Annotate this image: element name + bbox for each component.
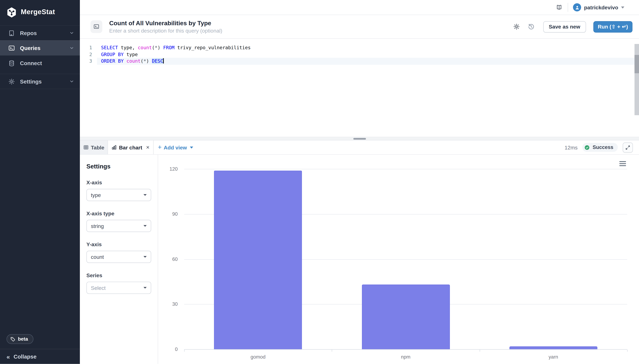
double-chevron-left-icon: « [7,354,10,360]
resize-grip[interactable] [353,138,366,139]
y-tick-label: 90 [161,211,177,217]
x-axis-type-select[interactable]: string [86,220,151,232]
x-axis-type-label: X-axis type [86,210,151,216]
topbar: patrickdevivo [80,0,639,15]
sidebar-footer: beta « Collapse [0,334,80,364]
x-axis-tick [184,350,185,352]
line-number: 1 [80,44,97,51]
chevron-down-icon [190,146,193,148]
query-title[interactable]: Count of All Vulnerabilities by Type [109,20,222,26]
run-query-button[interactable]: Run (⇧ + ↵) [593,21,632,32]
x-tick-label: npm [401,354,410,360]
sidebar-item-settings[interactable]: Settings [0,74,80,89]
chart-settings-panel: Settings X-axis type X-axis type string [80,155,158,364]
sidebar-item-repos[interactable]: Repos [0,25,80,40]
y-tick-label: 60 [161,256,177,262]
sidebar-nav: Repos Queries [0,25,80,89]
docs-book-icon[interactable] [556,4,563,10]
query-header: Count of All Vulnerabilities by Type Ent… [80,15,639,39]
results-tabbar: Table Bar chart ✕ + Add view 1 [80,140,639,154]
mergestat-logo-icon [7,7,17,18]
mergestat-app: MergeStat Repos [0,0,639,364]
series-select[interactable]: Select [86,282,151,294]
tab-bar-chart[interactable]: Bar chart ✕ [108,140,154,154]
chevron-down-icon [69,79,74,84]
code-text[interactable]: GROUP BY type [97,51,639,58]
chevron-down-icon [143,256,147,258]
y-tick-label: 30 [161,301,177,307]
chevron-down-icon [69,46,74,50]
code-line[interactable]: 2GROUP BY type [80,51,639,58]
x-axis-select[interactable]: type [86,189,151,201]
chevron-down-icon [143,194,147,196]
user-menu[interactable]: patrickdevivo [573,3,624,12]
sidebar-item-queries[interactable]: Queries [0,40,80,56]
bar-gomod[interactable] [214,170,302,349]
beta-label: beta [18,336,28,342]
query-history-icon[interactable] [527,23,535,30]
query-duration: 12ms [565,144,577,150]
code-line[interactable]: 3ORDER BY count(*) DESC [80,58,639,64]
book-icon [8,30,15,36]
query-settings-gear-icon[interactable] [513,23,520,30]
beta-badge: beta [7,334,33,344]
sidebar: MergeStat Repos [0,0,80,364]
bar-yarn[interactable] [509,346,597,349]
sidebar-item-label: Settings [20,78,42,84]
code-line[interactable]: 1SELECT type, count(*) FROM trivy_repo_v… [80,44,639,51]
editor-scrollbar-thumb[interactable] [634,55,639,74]
results-panel: Settings X-axis type X-axis type string [80,155,639,364]
y-axis-value: count [91,254,104,260]
add-view-button[interactable]: + Add view [158,140,193,154]
close-tab-icon[interactable]: ✕ [146,145,150,150]
x-axis-value: type [91,192,101,198]
plus-icon: + [158,144,162,150]
username: patrickdevivo [584,4,618,10]
add-view-label: Add view [164,144,187,150]
y-axis-select[interactable]: count [86,251,151,263]
x-axis-type-value: string [91,223,104,229]
brand-name: MergeStat [21,8,55,16]
y-tick-label: 120 [161,166,177,172]
sidebar-item-connect[interactable]: Connect [0,55,80,70]
collapse-label: Collapse [14,354,37,360]
bar-chart-icon [111,144,117,150]
editor-scrollbar[interactable] [634,44,639,115]
tab-label: Bar chart [119,144,142,150]
query-type-icon-box [91,20,102,33]
sidebar-item-label: Connect [20,60,42,66]
query-description-placeholder[interactable]: Enter a short description for this query… [109,28,222,34]
status-label: Success [593,144,613,150]
chevron-down-icon [69,30,74,35]
x-axis-label: X-axis [86,180,151,186]
series-label: Series [86,272,151,278]
panel-resize-handle[interactable] [80,137,639,140]
code-lines: 1SELECT type, count(*) FROM trivy_repo_v… [80,44,639,64]
tab-table[interactable]: Table [80,140,108,154]
gridline-y120 [184,169,627,170]
code-text[interactable]: SELECT type, count(*) FROM trivy_repo_vu… [97,44,639,51]
sql-editor[interactable]: 1SELECT type, count(*) FROM trivy_repo_v… [80,39,639,137]
brand-logo[interactable]: MergeStat [0,0,80,24]
bar-npm[interactable] [362,285,450,349]
sidebar-item-label: Repos [20,30,37,36]
x-axis-tick [627,350,627,352]
table-icon [83,144,89,150]
line-number: 3 [80,58,97,64]
chart-menu-icon[interactable] [619,161,626,167]
x-axis-line [184,349,627,350]
line-number: 2 [80,51,97,58]
series-value: Select [91,285,106,291]
collapse-sidebar-button[interactable]: « Collapse [0,349,80,364]
x-axis-tick [480,350,480,352]
expand-results-button[interactable] [623,142,633,152]
tag-icon [10,336,16,342]
save-as-new-button[interactable]: Save as new [543,21,586,32]
chevron-down-icon [143,287,147,288]
sidebar-item-label: Queries [20,45,40,51]
x-tick-label: gomod [251,354,266,360]
x-axis-tick [332,350,332,352]
terminal-icon [8,44,15,52]
check-circle-icon [584,144,590,150]
code-text[interactable]: ORDER BY count(*) DESC [97,58,639,64]
